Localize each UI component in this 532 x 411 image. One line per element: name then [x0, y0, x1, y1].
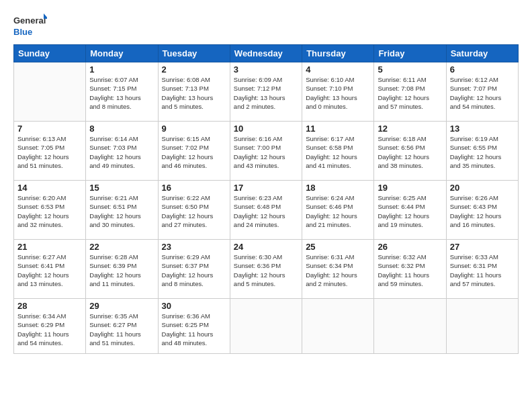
day-cell-19: 19Sunrise: 6:25 AM Sunset: 6:44 PM Dayli… [374, 181, 446, 240]
day-info: Sunrise: 6:33 AM Sunset: 6:31 PM Dayligh… [450, 253, 515, 288]
day-number: 20 [450, 183, 515, 193]
day-cell-28: 28Sunrise: 6:34 AM Sunset: 6:29 PM Dayli… [14, 299, 86, 354]
day-cell-12: 12Sunrise: 6:18 AM Sunset: 6:56 PM Dayli… [374, 122, 446, 181]
day-number: 26 [378, 242, 442, 252]
day-info: Sunrise: 6:36 AM Sunset: 6:25 PM Dayligh… [162, 312, 226, 347]
day-cell-20: 20Sunrise: 6:26 AM Sunset: 6:43 PM Dayli… [446, 181, 518, 240]
day-info: Sunrise: 6:17 AM Sunset: 6:58 PM Dayligh… [306, 134, 370, 170]
day-number: 13 [450, 124, 515, 134]
day-header-friday: Friday [374, 45, 446, 62]
day-number: 25 [306, 242, 370, 252]
day-number: 8 [89, 124, 154, 134]
day-number: 4 [306, 64, 370, 75]
day-cell-14: 14Sunrise: 6:20 AM Sunset: 6:53 PM Dayli… [14, 181, 86, 240]
day-info: Sunrise: 6:27 AM Sunset: 6:41 PM Dayligh… [17, 253, 82, 288]
day-info: Sunrise: 6:28 AM Sunset: 6:39 PM Dayligh… [89, 253, 154, 288]
day-number: 21 [17, 242, 82, 252]
day-number: 2 [162, 64, 226, 75]
day-number: 16 [162, 183, 226, 193]
day-cell-9: 9Sunrise: 6:15 AM Sunset: 7:02 PM Daylig… [158, 122, 230, 181]
empty-cell [446, 299, 518, 354]
day-info: Sunrise: 6:22 AM Sunset: 6:50 PM Dayligh… [162, 193, 226, 229]
day-info: Sunrise: 6:26 AM Sunset: 6:43 PM Dayligh… [450, 193, 515, 229]
day-info: Sunrise: 6:30 AM Sunset: 6:36 PM Dayligh… [234, 253, 298, 288]
day-number: 14 [17, 183, 82, 193]
week-row-3: 14Sunrise: 6:20 AM Sunset: 6:53 PM Dayli… [14, 181, 519, 240]
day-cell-1: 1Sunrise: 6:07 AM Sunset: 7:15 PM Daylig… [86, 62, 158, 122]
day-info: Sunrise: 6:20 AM Sunset: 6:53 PM Dayligh… [17, 193, 82, 229]
day-number: 18 [306, 183, 370, 193]
day-cell-22: 22Sunrise: 6:28 AM Sunset: 6:39 PM Dayli… [86, 240, 158, 299]
day-cell-17: 17Sunrise: 6:23 AM Sunset: 6:48 PM Dayli… [230, 181, 302, 240]
day-number: 3 [234, 64, 298, 75]
day-number: 1 [89, 64, 154, 75]
day-number: 10 [234, 124, 298, 134]
day-number: 6 [450, 64, 515, 75]
day-header-monday: Monday [86, 45, 158, 62]
svg-text:Blue: Blue [13, 27, 32, 37]
day-cell-27: 27Sunrise: 6:33 AM Sunset: 6:31 PM Dayli… [446, 240, 518, 299]
day-header-saturday: Saturday [446, 45, 518, 62]
day-number: 30 [162, 301, 226, 311]
svg-text:General: General [13, 15, 46, 26]
day-cell-21: 21Sunrise: 6:27 AM Sunset: 6:41 PM Dayli… [14, 240, 86, 299]
day-info: Sunrise: 6:08 AM Sunset: 7:13 PM Dayligh… [162, 75, 226, 111]
day-cell-16: 16Sunrise: 6:22 AM Sunset: 6:50 PM Dayli… [158, 181, 230, 240]
logo: General Blue [13, 12, 47, 39]
day-number: 19 [378, 183, 442, 193]
day-number: 9 [162, 124, 226, 134]
day-info: Sunrise: 6:14 AM Sunset: 7:03 PM Dayligh… [89, 134, 154, 170]
day-cell-11: 11Sunrise: 6:17 AM Sunset: 6:58 PM Dayli… [302, 122, 374, 181]
header-row: SundayMondayTuesdayWednesdayThursdayFrid… [14, 45, 519, 62]
day-info: Sunrise: 6:31 AM Sunset: 6:34 PM Dayligh… [306, 253, 370, 288]
day-header-sunday: Sunday [14, 45, 86, 62]
day-info: Sunrise: 6:29 AM Sunset: 6:37 PM Dayligh… [162, 253, 226, 288]
day-number: 12 [378, 124, 442, 134]
day-cell-4: 4Sunrise: 6:10 AM Sunset: 7:10 PM Daylig… [302, 62, 374, 122]
day-header-tuesday: Tuesday [158, 45, 230, 62]
day-number: 15 [89, 183, 154, 193]
day-number: 17 [234, 183, 298, 193]
day-info: Sunrise: 6:12 AM Sunset: 7:07 PM Dayligh… [450, 75, 515, 111]
day-info: Sunrise: 6:32 AM Sunset: 6:32 PM Dayligh… [378, 253, 442, 288]
svg-marker-2 [44, 13, 47, 19]
week-row-2: 7Sunrise: 6:13 AM Sunset: 7:05 PM Daylig… [14, 122, 519, 181]
day-number: 11 [306, 124, 370, 134]
calendar-page: General Blue SundayMondayTuesdayWednesda… [0, 0, 532, 411]
day-cell-7: 7Sunrise: 6:13 AM Sunset: 7:05 PM Daylig… [14, 122, 86, 181]
empty-cell [374, 299, 446, 354]
header: General Blue [13, 12, 519, 39]
day-info: Sunrise: 6:25 AM Sunset: 6:44 PM Dayligh… [378, 193, 442, 229]
day-info: Sunrise: 6:16 AM Sunset: 7:00 PM Dayligh… [234, 134, 298, 170]
week-row-4: 21Sunrise: 6:27 AM Sunset: 6:41 PM Dayli… [14, 240, 519, 299]
day-header-wednesday: Wednesday [230, 45, 302, 62]
day-info: Sunrise: 6:18 AM Sunset: 6:56 PM Dayligh… [378, 134, 442, 170]
day-cell-18: 18Sunrise: 6:24 AM Sunset: 6:46 PM Dayli… [302, 181, 374, 240]
empty-cell [302, 299, 374, 354]
day-number: 7 [17, 124, 82, 134]
calendar-table: SundayMondayTuesdayWednesdayThursdayFrid… [13, 44, 519, 354]
day-info: Sunrise: 6:21 AM Sunset: 6:51 PM Dayligh… [89, 193, 154, 229]
day-cell-5: 5Sunrise: 6:11 AM Sunset: 7:08 PM Daylig… [374, 62, 446, 122]
week-row-1: 1Sunrise: 6:07 AM Sunset: 7:15 PM Daylig… [14, 62, 519, 122]
day-info: Sunrise: 6:24 AM Sunset: 6:46 PM Dayligh… [306, 193, 370, 229]
day-info: Sunrise: 6:13 AM Sunset: 7:05 PM Dayligh… [17, 134, 82, 170]
day-info: Sunrise: 6:07 AM Sunset: 7:15 PM Dayligh… [89, 75, 154, 111]
day-number: 22 [89, 242, 154, 252]
empty-cell [14, 62, 86, 122]
day-number: 24 [234, 242, 298, 252]
day-info: Sunrise: 6:10 AM Sunset: 7:10 PM Dayligh… [306, 75, 370, 111]
day-cell-13: 13Sunrise: 6:19 AM Sunset: 6:55 PM Dayli… [446, 122, 518, 181]
day-number: 29 [89, 301, 154, 311]
week-row-5: 28Sunrise: 6:34 AM Sunset: 6:29 PM Dayli… [14, 299, 519, 354]
day-cell-25: 25Sunrise: 6:31 AM Sunset: 6:34 PM Dayli… [302, 240, 374, 299]
day-cell-3: 3Sunrise: 6:09 AM Sunset: 7:12 PM Daylig… [230, 62, 302, 122]
day-number: 28 [17, 301, 82, 311]
day-cell-30: 30Sunrise: 6:36 AM Sunset: 6:25 PM Dayli… [158, 299, 230, 354]
day-cell-26: 26Sunrise: 6:32 AM Sunset: 6:32 PM Dayli… [374, 240, 446, 299]
logo-svg: General Blue [13, 12, 47, 39]
day-info: Sunrise: 6:09 AM Sunset: 7:12 PM Dayligh… [234, 75, 298, 111]
day-number: 23 [162, 242, 226, 252]
day-cell-10: 10Sunrise: 6:16 AM Sunset: 7:00 PM Dayli… [230, 122, 302, 181]
day-info: Sunrise: 6:35 AM Sunset: 6:27 PM Dayligh… [89, 312, 154, 347]
